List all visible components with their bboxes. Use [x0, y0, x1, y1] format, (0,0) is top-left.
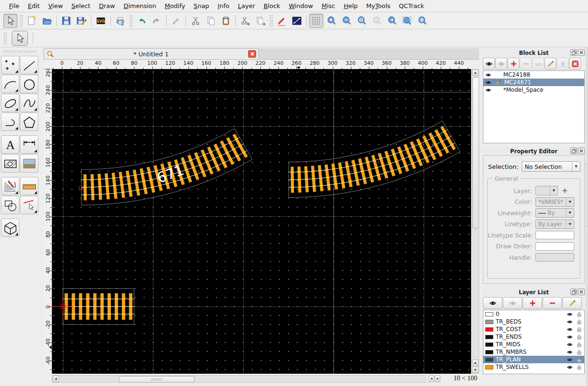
hide-all-blocks-button[interactable]: [495, 58, 507, 70]
float-panel-button[interactable]: [570, 49, 577, 56]
redo-button[interactable]: [150, 14, 164, 28]
float-panel-button[interactable]: [570, 148, 577, 154]
add-layer-property-icon[interactable]: [561, 187, 568, 194]
eye-icon[interactable]: [567, 342, 573, 348]
lock-icon[interactable]: [576, 342, 582, 348]
dimension-tool-button[interactable]: [20, 135, 38, 154]
eye-icon[interactable]: [567, 357, 573, 363]
menu-file[interactable]: File: [5, 0, 24, 11]
polyline-tool-button[interactable]: [1, 113, 19, 131]
layer-row-0[interactable]: 0: [483, 310, 584, 318]
spline-tool-button[interactable]: [20, 94, 38, 112]
eye-icon[interactable]: [567, 326, 573, 333]
circle-tool-button[interactable]: [20, 75, 38, 93]
scroll-left-button[interactable]: [53, 376, 59, 382]
menu-snap[interactable]: Snap: [189, 0, 214, 11]
polygon-tool-button[interactable]: [20, 113, 38, 131]
menu-edit[interactable]: Edit: [24, 0, 44, 11]
print-preview-button[interactable]: [113, 14, 127, 28]
tab-scroll-right-button[interactable]: [435, 375, 440, 382]
curved-track-671[interactable]: 140671: [78, 129, 252, 205]
new-document-button[interactable]: [25, 14, 39, 28]
remove-layer-button[interactable]: [543, 297, 562, 309]
solid-tool-button[interactable]: [1, 219, 19, 237]
close-panel-button[interactable]: [578, 49, 585, 56]
scroll-up-button-2[interactable]: [472, 360, 479, 366]
layer-row-trmids[interactable]: TR_MIDS: [483, 341, 584, 348]
add-layer-button[interactable]: [523, 297, 542, 309]
linetype-scale-field[interactable]: [535, 231, 574, 239]
trim-tool-button[interactable]: [20, 196, 38, 214]
menu-mytools[interactable]: MyTools: [362, 0, 395, 11]
add-block-button[interactable]: [508, 58, 519, 70]
auto-zoom-button[interactable]: [355, 14, 369, 28]
scroll-up-button[interactable]: [472, 70, 479, 76]
eye-icon[interactable]: [567, 334, 573, 340]
tab-scroll-left-button[interactable]: [428, 375, 434, 382]
lock-icon[interactable]: [576, 334, 582, 340]
horizontal-scroll-thumb[interactable]: [119, 376, 195, 383]
zoom-in-button[interactable]: [324, 14, 339, 28]
pan-zoom-button[interactable]: [415, 14, 429, 28]
close-panel-button[interactable]: [578, 289, 585, 295]
eye-icon[interactable]: [485, 72, 491, 78]
close-document-button[interactable]: [248, 50, 256, 58]
edit-block-button[interactable]: [544, 58, 556, 70]
copy-with-reference-button[interactable]: [253, 14, 267, 28]
lock-icon[interactable]: [576, 319, 582, 325]
image-tool-button[interactable]: [20, 154, 38, 173]
lock-icon[interactable]: [576, 326, 582, 333]
active-selection-tool-button[interactable]: [12, 31, 28, 46]
menu-modify[interactable]: Modify: [160, 0, 189, 11]
cut-button[interactable]: [188, 14, 203, 28]
eye-icon[interactable]: [567, 364, 573, 370]
selection-combo[interactable]: No Selection ▼: [522, 161, 580, 172]
measure-tool-button[interactable]: [20, 177, 38, 195]
save-document-button[interactable]: [59, 14, 73, 28]
lock-icon[interactable]: [576, 349, 582, 355]
menu-help[interactable]: Help: [339, 0, 362, 11]
scroll-down-button[interactable]: [472, 367, 479, 373]
hide-all-layers-button[interactable]: [503, 297, 522, 309]
eye-icon[interactable]: [567, 311, 573, 317]
delete-block-button[interactable]: [569, 58, 581, 70]
cut-with-reference-button[interactable]: [238, 14, 252, 28]
menu-select[interactable]: Select: [67, 0, 95, 11]
block-row-mc24188[interactable]: MC24188: [483, 71, 584, 79]
dock-edge-thumb[interactable]: [586, 163, 588, 227]
svg-export-button[interactable]: SVG: [94, 14, 108, 28]
vertical-scroll-thumb[interactable]: [472, 77, 479, 228]
menu-qctrack[interactable]: QCTrack: [395, 0, 428, 11]
zoom-back-button[interactable]: [385, 14, 399, 28]
eye-icon[interactable]: [567, 319, 573, 325]
eye-icon[interactable]: [485, 79, 491, 86]
edit-attributes-button[interactable]: [275, 14, 289, 28]
measure-distance-button[interactable]: [290, 14, 304, 28]
drawing-canvas[interactable]: 140671: [52, 69, 471, 374]
menu-block[interactable]: Block: [259, 0, 285, 11]
eye-icon[interactable]: [567, 349, 573, 355]
block-row-mc24671[interactable]: MC24671: [483, 79, 584, 86]
selection-pointer-button[interactable]: [3, 14, 18, 28]
toggle-layer-visibility-button[interactable]: [483, 297, 502, 309]
undo-button[interactable]: [134, 14, 149, 28]
menu-draw[interactable]: Draw: [95, 0, 119, 11]
pen-button[interactable]: [169, 14, 183, 28]
close-panel-button[interactable]: [578, 148, 585, 154]
lock-icon[interactable]: [576, 364, 582, 370]
menu-view[interactable]: View: [44, 0, 67, 11]
arc-tool-button[interactable]: [1, 75, 19, 93]
eye-icon[interactable]: [485, 87, 491, 93]
open-document-button[interactable]: [40, 14, 54, 28]
float-panel-button[interactable]: [570, 289, 577, 295]
points-tool-button[interactable]: [1, 56, 19, 74]
line-tool-button[interactable]: [20, 56, 38, 74]
order-tool-button[interactable]: [1, 196, 19, 214]
toggle-block-visibility-button[interactable]: [483, 58, 495, 70]
curved-track-right[interactable]: [289, 121, 460, 198]
lock-icon[interactable]: [576, 357, 582, 363]
layer-row-trplan[interactable]: TR_PLAN: [483, 356, 584, 363]
zoom-out-button[interactable]: [339, 14, 354, 28]
window-zoom-button[interactable]: [400, 14, 414, 28]
edit-layer-button[interactable]: [562, 297, 582, 309]
